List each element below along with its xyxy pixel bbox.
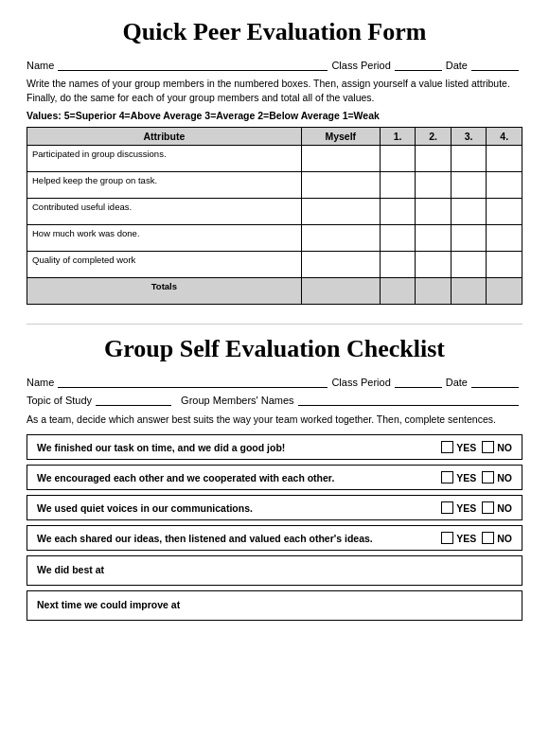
no-label-4[interactable]: NO bbox=[482, 532, 512, 544]
group-name-label: Name bbox=[27, 377, 54, 388]
cell-4-4[interactable] bbox=[487, 224, 522, 251]
peer-name-line: Name Class Period Date bbox=[27, 58, 522, 71]
checklist-item-2: We encouraged each other and we cooperat… bbox=[27, 465, 522, 490]
open-item-1[interactable]: We did best at bbox=[27, 555, 522, 586]
cell-3-1[interactable] bbox=[451, 145, 487, 171]
cell-1-2[interactable] bbox=[380, 171, 416, 198]
peer-eval-title: Quick Peer Evaluation Form bbox=[27, 17, 522, 46]
cell-4-2[interactable] bbox=[487, 171, 522, 198]
table-row: Contributed useful ideas. bbox=[27, 198, 522, 224]
group-class-field[interactable] bbox=[395, 375, 442, 388]
no-label-1[interactable]: NO bbox=[482, 441, 512, 453]
yes-label-1[interactable]: YES bbox=[441, 441, 476, 453]
totals-label: Totals bbox=[27, 277, 302, 304]
no-checkbox-4[interactable] bbox=[482, 532, 494, 544]
attr-contributed: Contributed useful ideas. bbox=[27, 198, 302, 224]
group-name-line: Name Class Period Date bbox=[27, 375, 522, 388]
peer-name-field[interactable] bbox=[58, 58, 328, 71]
cell-myself-4[interactable] bbox=[301, 224, 380, 251]
topic-line: Topic of Study Group Members' Names bbox=[27, 393, 522, 406]
cell-4-3[interactable] bbox=[487, 198, 522, 224]
no-text-1: NO bbox=[497, 442, 512, 453]
table-row: Helped keep the group on task. bbox=[27, 171, 522, 198]
topic-field[interactable] bbox=[96, 393, 171, 406]
checklist-text-2: We encouraged each other and we cooperat… bbox=[37, 472, 441, 483]
cell-3-4[interactable] bbox=[451, 224, 487, 251]
cell-2-4[interactable] bbox=[416, 224, 452, 251]
totals-myself[interactable] bbox=[301, 277, 380, 304]
open-item-2-text: Next time we could improve at bbox=[37, 599, 180, 610]
yes-text-2: YES bbox=[456, 472, 476, 483]
table-row: Participated in group discussions. bbox=[27, 145, 522, 171]
peer-instructions: Write the names of your group members in… bbox=[27, 77, 522, 104]
attr-quality: Quality of completed work bbox=[27, 251, 302, 277]
peer-class-field[interactable] bbox=[395, 58, 442, 71]
cell-myself-2[interactable] bbox=[301, 171, 380, 198]
totals-4[interactable] bbox=[487, 277, 522, 304]
cell-2-5[interactable] bbox=[416, 251, 452, 277]
members-label: Group Members' Names bbox=[181, 395, 293, 406]
no-text-3: NO bbox=[497, 502, 512, 514]
checklist-item-4: We each shared our ideas, then listened … bbox=[27, 525, 522, 551]
peer-eval-table: Attribute Myself 1. 2. 3. 4. Participate… bbox=[27, 127, 522, 305]
no-checkbox-3[interactable] bbox=[482, 501, 494, 514]
yes-checkbox-1[interactable] bbox=[441, 441, 453, 453]
peer-eval-section: Quick Peer Evaluation Form Name Class Pe… bbox=[27, 17, 522, 305]
cell-3-5[interactable] bbox=[451, 251, 487, 277]
members-field[interactable] bbox=[298, 393, 519, 406]
cell-1-3[interactable] bbox=[380, 198, 416, 224]
cell-myself-1[interactable] bbox=[301, 145, 380, 171]
cell-4-1[interactable] bbox=[487, 145, 522, 171]
cell-4-5[interactable] bbox=[487, 251, 522, 277]
checklist-item-3: We used quiet voices in our communicatio… bbox=[27, 495, 522, 520]
attr-work-done: How much work was done. bbox=[27, 224, 302, 251]
section-divider bbox=[27, 324, 522, 325]
col-1: 1. bbox=[380, 127, 416, 145]
yes-text-4: YES bbox=[456, 533, 476, 544]
group-eval-section: Group Self Evaluation Checklist Name Cla… bbox=[27, 334, 522, 622]
attr-participated: Participated in group discussions. bbox=[27, 145, 302, 171]
totals-1[interactable] bbox=[380, 277, 416, 304]
yes-label-4[interactable]: YES bbox=[441, 532, 476, 544]
cell-3-3[interactable] bbox=[451, 198, 487, 224]
no-checkbox-1[interactable] bbox=[482, 441, 494, 453]
table-row: Quality of completed work bbox=[27, 251, 522, 277]
yes-label-3[interactable]: YES bbox=[441, 501, 476, 514]
cell-2-1[interactable] bbox=[416, 145, 452, 171]
yes-checkbox-3[interactable] bbox=[441, 501, 453, 514]
group-name-field[interactable] bbox=[58, 375, 328, 388]
cell-1-4[interactable] bbox=[380, 224, 416, 251]
checklist-instructions: As a team, decide which answer best suit… bbox=[27, 413, 522, 427]
yes-label-2[interactable]: YES bbox=[441, 471, 476, 483]
cell-2-3[interactable] bbox=[416, 198, 452, 224]
no-checkbox-2[interactable] bbox=[482, 471, 494, 483]
peer-date-label: Date bbox=[446, 60, 468, 71]
peer-name-label: Name bbox=[27, 60, 54, 71]
totals-3[interactable] bbox=[451, 277, 487, 304]
cell-1-5[interactable] bbox=[380, 251, 416, 277]
col-myself: Myself bbox=[301, 127, 380, 145]
group-date-field[interactable] bbox=[471, 375, 519, 388]
totals-2[interactable] bbox=[416, 277, 452, 304]
checklist-text-3: We used quiet voices in our communicatio… bbox=[37, 502, 441, 514]
col-2: 2. bbox=[416, 127, 452, 145]
peer-class-label: Class Period bbox=[331, 60, 390, 71]
yesno-1: YES NO bbox=[441, 441, 512, 453]
cell-1-1[interactable] bbox=[380, 145, 416, 171]
cell-2-2[interactable] bbox=[416, 171, 452, 198]
yes-checkbox-4[interactable] bbox=[441, 532, 453, 544]
yes-text-3: YES bbox=[456, 502, 476, 514]
cell-myself-3[interactable] bbox=[301, 198, 380, 224]
yes-checkbox-2[interactable] bbox=[441, 471, 453, 483]
open-item-1-text: We did best at bbox=[37, 564, 104, 575]
cell-3-2[interactable] bbox=[451, 171, 487, 198]
checklist-item-1: We finished our task on time, and we did… bbox=[27, 434, 522, 460]
no-label-2[interactable]: NO bbox=[482, 471, 512, 483]
no-text-4: NO bbox=[497, 533, 512, 544]
cell-myself-5[interactable] bbox=[301, 251, 380, 277]
open-item-2[interactable]: Next time we could improve at bbox=[27, 590, 522, 621]
yesno-4: YES NO bbox=[441, 532, 512, 544]
peer-date-field[interactable] bbox=[471, 58, 519, 71]
table-row: How much work was done. bbox=[27, 224, 522, 251]
no-label-3[interactable]: NO bbox=[482, 501, 512, 514]
